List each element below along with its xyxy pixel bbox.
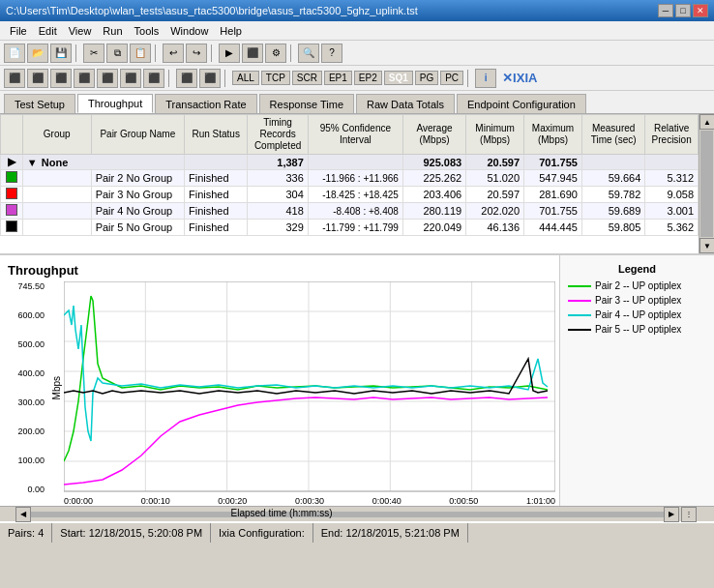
- save-button[interactable]: 💾: [50, 44, 72, 63]
- row3-group: [22, 203, 91, 220]
- chart-legend: Legend Pair 2 -- UP optiplex Pair 3 -- U…: [559, 255, 714, 506]
- col-group-header: Group: [22, 115, 91, 155]
- group-status-cell: [185, 155, 248, 170]
- row4-ci: -11.799 : +11.799: [308, 220, 402, 236]
- legend-item-pair5: Pair 5 -- UP optiplex: [568, 324, 706, 335]
- ep1-btn[interactable]: EP1: [324, 71, 352, 85]
- x-tick-100: 1:01:00: [526, 496, 555, 506]
- tb2-btn9[interactable]: ⬛: [199, 69, 221, 88]
- tab-endpoint-config[interactable]: Endpoint Configuration: [457, 94, 586, 113]
- row2-minimum: 20.597: [466, 187, 524, 203]
- settings-button[interactable]: ⚙: [265, 44, 286, 63]
- scroll-down-arrow[interactable]: ▼: [699, 238, 714, 253]
- paste-button[interactable]: 📋: [130, 44, 151, 63]
- pc-btn[interactable]: PC: [440, 71, 463, 85]
- legend-item-pair2: Pair 2 -- UP optiplex: [568, 280, 706, 291]
- y-tick-100: 100.00: [17, 456, 45, 465]
- scroll-right-button[interactable]: ▶: [664, 507, 679, 522]
- copy-button[interactable]: ⧉: [106, 44, 128, 63]
- tcp-btn[interactable]: TCP: [261, 71, 290, 85]
- row1-maximum: 547.945: [524, 170, 582, 187]
- x-tick-50: 0:00:50: [449, 496, 478, 506]
- open-button[interactable]: 📂: [27, 44, 48, 63]
- scr-btn[interactable]: SCR: [292, 71, 322, 85]
- info-button[interactable]: i: [475, 69, 496, 88]
- sep-7: [467, 70, 471, 87]
- menu-edit[interactable]: Edit: [33, 24, 63, 38]
- scroll-grip[interactable]: ⋮: [681, 507, 697, 522]
- row1-minimum: 51.020: [466, 170, 524, 187]
- tab-throughput[interactable]: Throughput: [77, 94, 153, 113]
- y-tick-7455: 745.50: [17, 281, 45, 291]
- group-name-cell: ▼None: [22, 155, 184, 170]
- row3-name: Pair 4 No Group: [91, 203, 184, 220]
- row1-time: 59.664: [581, 170, 644, 187]
- row1-average: 225.262: [402, 170, 465, 187]
- all-btn[interactable]: ALL: [232, 71, 259, 85]
- run-button[interactable]: ▶: [219, 44, 240, 63]
- legend-title: Legend: [568, 263, 706, 275]
- y-tick-0: 0.00: [27, 485, 45, 494]
- menu-run[interactable]: Run: [97, 24, 128, 38]
- status-end: End: 12/18/2015, 5:21:08 PM: [313, 523, 468, 543]
- tb2-btn7[interactable]: ⬛: [143, 69, 164, 88]
- tb2-btn4[interactable]: ⬛: [74, 69, 95, 88]
- tab-bar: Test Setup Throughput Transaction Rate R…: [0, 91, 714, 114]
- row3-icon: [1, 203, 23, 220]
- sq1-btn[interactable]: SQ1: [384, 71, 413, 85]
- ep2-btn[interactable]: EP2: [354, 71, 382, 85]
- y-axis: 745.50 600.00 500.00 400.00 300.00 200.0…: [8, 281, 48, 494]
- tb2-btn3[interactable]: ⬛: [50, 69, 72, 88]
- menu-view[interactable]: View: [63, 24, 98, 38]
- legend-line-pair4: [568, 314, 591, 316]
- group-time-cell: [581, 155, 644, 170]
- group-records-cell: 1,387: [248, 155, 308, 170]
- row4-minimum: 46.136: [466, 220, 524, 236]
- menu-file[interactable]: File: [4, 24, 33, 38]
- col-time-header: Measured Time (sec): [581, 115, 644, 155]
- tab-response-time[interactable]: Response Time: [259, 94, 354, 113]
- scroll-up-arrow[interactable]: ▲: [699, 114, 714, 130]
- new-button[interactable]: 📄: [4, 44, 25, 63]
- tab-test-setup[interactable]: Test Setup: [4, 94, 75, 113]
- tb2-btn1[interactable]: ⬛: [4, 69, 25, 88]
- minimize-button[interactable]: ─: [658, 4, 673, 17]
- row2-time: 59.782: [581, 187, 644, 203]
- chart-section: Throughput 745.50 600.00 500.00 400.00 3…: [0, 254, 714, 506]
- col-minimum-header: Minimum (Mbps): [466, 115, 524, 155]
- row4-status: Finished: [185, 220, 248, 236]
- table-scrollbar[interactable]: ▲ ▼: [699, 114, 714, 253]
- row4-group: [22, 220, 91, 236]
- undo-button[interactable]: ↩: [163, 44, 184, 63]
- tb2-btn6[interactable]: ⬛: [120, 69, 141, 88]
- menu-tools[interactable]: Tools: [129, 24, 165, 38]
- legend-item-pair3: Pair 3 -- UP optiplex: [568, 295, 706, 306]
- redo-button[interactable]: ↪: [186, 44, 207, 63]
- row3-status: Finished: [185, 203, 248, 220]
- row1-status: Finished: [185, 170, 248, 187]
- x-axis: 0:00:00 0:00:10 0:00:20 0:00:30 0:00:40 …: [64, 496, 555, 506]
- tb2-btn5[interactable]: ⬛: [97, 69, 118, 88]
- title-bar: C:\Users\Tim\Desktop\wlan_tests\asus_rta…: [0, 0, 714, 21]
- close-button[interactable]: ✕: [693, 4, 708, 17]
- tab-raw-data[interactable]: Raw Data Totals: [356, 94, 455, 113]
- question-button[interactable]: ?: [321, 44, 342, 63]
- y-tick-300: 300.00: [17, 397, 45, 407]
- row3-average: 280.119: [402, 203, 465, 220]
- menu-window[interactable]: Window: [164, 24, 214, 38]
- tb2-btn2[interactable]: ⬛: [27, 69, 48, 88]
- row4-name: Pair 5 No Group: [91, 220, 184, 236]
- tab-transaction-rate[interactable]: Transaction Rate: [155, 94, 256, 113]
- row1-ci: -11.966 : +11.966: [308, 170, 402, 187]
- cut-button[interactable]: ✂: [83, 44, 104, 63]
- pg-btn[interactable]: PG: [415, 71, 438, 85]
- row1-precision: 5.312: [645, 170, 699, 187]
- scroll-thumb[interactable]: [700, 131, 713, 237]
- maximize-button[interactable]: □: [675, 4, 691, 17]
- tb2-btn8[interactable]: ⬛: [176, 69, 197, 88]
- table-main: Group Pair Group Name Run Status Timing …: [0, 114, 699, 253]
- stop-button[interactable]: ⬛: [242, 44, 263, 63]
- zoom-in-button[interactable]: 🔍: [298, 44, 319, 63]
- menu-help[interactable]: Help: [214, 24, 248, 38]
- group-minimum-cell: 20.597: [466, 155, 524, 170]
